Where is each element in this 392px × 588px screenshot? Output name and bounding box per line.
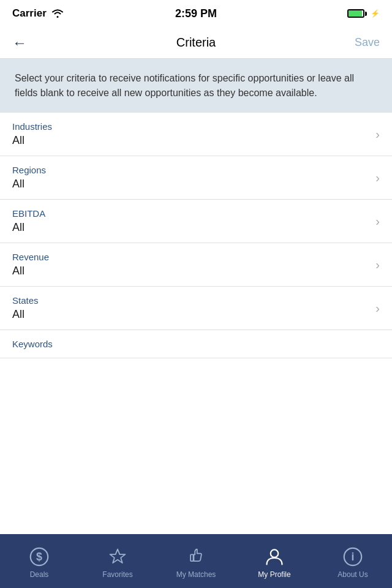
tab-bar: $ Deals Favorites My Matches [0,534,392,588]
tab-favorites[interactable]: Favorites [78,534,157,588]
chevron-icon: › [375,214,380,228]
dollar-icon: $ [28,546,50,568]
svg-marker-2 [110,549,126,564]
criteria-item-content: States All [12,295,39,321]
criteria-item-content: Regions All [12,165,46,190]
svg-point-4 [271,549,278,557]
wifi-icon [51,9,64,18]
criteria-label-states: States [12,295,39,306]
tab-my-matches-label: My Matches [176,570,216,579]
nav-bar: ← Criteria Save [0,27,392,59]
banner-text: Select your criteria to receive notifica… [15,73,354,98]
criteria-item-industries[interactable]: Industries All › [0,113,392,156]
tab-deals[interactable]: $ Deals [0,534,78,588]
carrier-text: Carrier [12,7,47,20]
criteria-value-states: All [12,308,39,321]
criteria-value-industries: All [12,134,52,147]
chevron-icon: › [375,258,380,272]
criteria-label-regions: Regions [12,165,46,175]
tab-favorites-label: Favorites [102,570,132,579]
criteria-item-states[interactable]: States All › [0,287,392,330]
criteria-value-ebitda: All [12,221,45,234]
status-carrier: Carrier [12,7,64,20]
back-button[interactable]: ← [12,32,32,54]
tab-my-profile-label: My Profile [258,570,290,579]
person-icon [263,546,285,568]
tab-my-matches[interactable]: My Matches [157,534,235,588]
criteria-item-content: EBITDA All [12,208,45,234]
tab-about-us[interactable]: i About Us [314,534,392,588]
svg-text:i: i [352,551,355,563]
criteria-item-ebitda[interactable]: EBITDA All › [0,200,392,243]
criteria-list: Industries All › Regions All › EBITDA Al… [0,113,392,330]
info-banner: Select your criteria to receive notifica… [0,59,392,113]
criteria-label-revenue: Revenue [12,252,49,262]
criteria-item-content: Revenue All [12,252,49,277]
info-icon: i [342,546,364,568]
status-bar: Carrier 2:59 PM ⚡ [0,0,392,27]
thumbsup-icon [185,546,207,568]
criteria-item-revenue[interactable]: Revenue All › [0,243,392,287]
svg-text:$: $ [36,551,42,563]
svg-rect-3 [190,554,193,561]
save-button[interactable]: Save [355,36,380,49]
criteria-value-revenue: All [12,265,49,277]
tab-my-profile[interactable]: My Profile [235,534,314,588]
criteria-value-regions: All [12,178,46,190]
chevron-icon: › [375,301,380,315]
criteria-label-industries: Industries [12,121,52,132]
criteria-item-regions[interactable]: Regions All › [0,156,392,200]
chevron-icon: › [375,127,380,141]
tab-about-us-label: About Us [337,570,368,579]
status-time: 2:59 PM [175,7,217,20]
status-battery: ⚡ [347,9,380,18]
criteria-label-ebitda: EBITDA [12,208,45,219]
battery-icon [347,9,367,18]
criteria-item-content: Industries All [12,121,52,147]
chevron-icon: › [375,171,380,185]
keywords-item[interactable]: Keywords [0,330,392,358]
charging-icon: ⚡ [371,9,380,18]
star-icon [107,546,129,568]
tab-deals-label: Deals [30,570,49,579]
page-title: Criteria [176,36,216,50]
keywords-label: Keywords [12,339,53,349]
